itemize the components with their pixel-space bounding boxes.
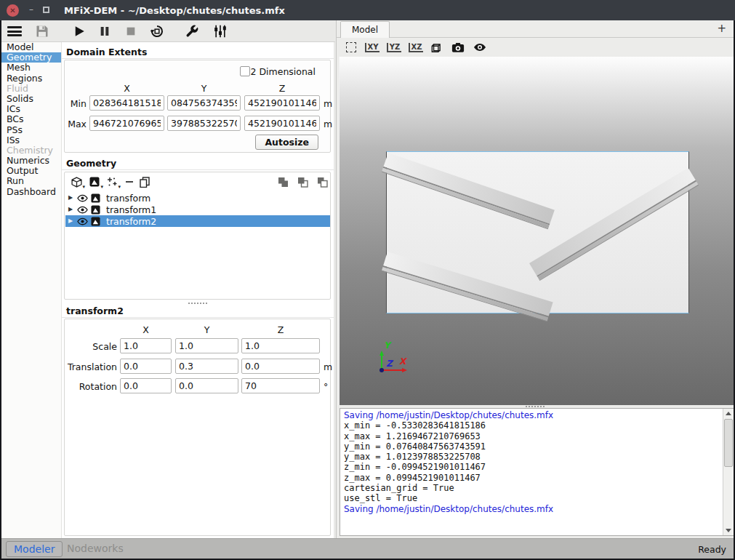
yz-view-button[interactable]: YZ [386, 40, 402, 55]
xz-view-button[interactable]: XZ [408, 40, 424, 55]
app-window: ✕ – MFiX-DEM - ~/Desktop/chutes/chutes.m… [0, 0, 735, 560]
scale-x-input[interactable] [120, 338, 172, 353]
z-min-input[interactable] [244, 95, 320, 111]
visibility-eye-icon[interactable] [77, 194, 89, 202]
transform2-group: X Y Z Scale Translation m Rotation ° [64, 319, 331, 536]
tree-row-transform1[interactable]: ▶ transform1 [65, 204, 330, 215]
run-button[interactable] [71, 23, 88, 40]
sidebar-item-solids[interactable]: Solids [1, 94, 61, 104]
scroll-down-button[interactable] [723, 526, 734, 535]
rotation-x-input[interactable] [120, 378, 172, 393]
minimize-icon: – [29, 4, 33, 15]
translation-z-input[interactable] [241, 359, 320, 374]
play-icon [73, 25, 86, 38]
scale-z-input[interactable] [241, 338, 320, 353]
minimize-button[interactable]: – [26, 3, 36, 16]
save-button[interactable] [33, 23, 51, 40]
sidebar-item-run[interactable]: Run [1, 176, 61, 186]
sidebar-item-dashboard[interactable]: Dashboard [1, 187, 61, 197]
two-dimensional-checkbox[interactable] [240, 66, 250, 76]
intersect-button[interactable] [295, 175, 310, 189]
console-line: Saving /home/justin/Desktop/chutes/chute… [340, 504, 722, 514]
y-min-input[interactable] [167, 95, 241, 111]
tree-row-transform[interactable]: ▶ transform [65, 192, 330, 204]
close-button[interactable]: ✕ [7, 4, 19, 17]
autosize-button[interactable]: Autosize [255, 135, 318, 150]
tree-item-label: transform1 [106, 204, 156, 215]
rotation-unit: ° [324, 381, 328, 392]
axis-y-label: Y [384, 340, 392, 351]
tree-row-transform2[interactable]: ▶ transform2 [65, 215, 330, 227]
xy-view-button[interactable]: XY [364, 40, 380, 55]
pause-button[interactable] [96, 23, 113, 40]
reset-icon [150, 24, 164, 39]
axis-z-label: Z [386, 359, 394, 369]
sidebar-item-bcs[interactable]: BCs [1, 114, 61, 124]
sidebar-item-geometry[interactable]: Geometry [1, 52, 61, 63]
reset-button[interactable] [148, 23, 166, 40]
add-geometry-button[interactable]: ▾ [69, 175, 84, 189]
add-stl-button[interactable]: ▾ [87, 175, 102, 189]
console-line: Saving /home/justin/Desktop/chutes/chute… [340, 410, 722, 420]
sidebar-item-regions[interactable]: Regions [1, 73, 61, 84]
expand-caret-icon[interactable]: ▶ [68, 204, 76, 215]
union-button[interactable] [276, 175, 290, 189]
view-toolbar: XY YZ XZ [337, 38, 734, 57]
sidebar-item-iss[interactable]: ISs [1, 135, 61, 145]
maximize-button[interactable] [43, 7, 50, 14]
parameters-button[interactable] [212, 23, 229, 40]
settings-button[interactable] [183, 23, 201, 40]
domain-column-z: Z [244, 83, 320, 94]
add-tab-button[interactable]: + [717, 22, 726, 35]
main-toolbar [1, 20, 335, 42]
sidebar-item-output[interactable]: Output [1, 166, 61, 176]
copy-geometry-button[interactable] [137, 175, 152, 189]
visibility-menu-button[interactable] [472, 40, 488, 55]
translation-x-input[interactable] [120, 359, 172, 374]
domain-column-y: Y [167, 83, 241, 94]
sidebar-item-ics[interactable]: ICs [1, 104, 61, 114]
copy-icon [140, 177, 150, 188]
rotation-z-input[interactable] [241, 378, 320, 393]
scale-y-input[interactable] [175, 338, 238, 353]
panel-splitter[interactable] [62, 301, 334, 305]
sidebar-item-mesh[interactable]: Mesh [1, 63, 61, 73]
camera-icon [451, 42, 465, 53]
nodeworks-mode-button[interactable]: Nodeworks [67, 543, 124, 554]
scroll-up-button[interactable] [723, 409, 734, 418]
translation-y-input[interactable] [175, 359, 238, 374]
cube-icon [71, 177, 82, 188]
sidebar-item-pss[interactable]: PSs [1, 125, 61, 135]
console-scrollbar[interactable] [723, 409, 734, 535]
perspective-button[interactable] [428, 40, 444, 55]
reset-view-button[interactable] [344, 40, 358, 55]
visibility-eye-icon[interactable] [77, 206, 89, 214]
stl-node-icon [91, 193, 105, 203]
sidebar-item-numerics[interactable]: Numerics [1, 156, 61, 166]
stop-button[interactable] [122, 23, 140, 40]
visibility-eye-icon[interactable] [77, 217, 89, 225]
remove-geometry-button[interactable] [122, 175, 137, 189]
domain-extents-group: 2 Dimensional X Y Z Min m Max m Autosize [64, 60, 331, 153]
vtk-viewport[interactable]: Y Z X [339, 57, 734, 405]
expand-caret-icon[interactable]: ▶ [68, 215, 76, 227]
scrollbar-thumb[interactable] [724, 419, 733, 467]
filter-wand-button[interactable]: ▾ [105, 175, 119, 189]
expand-caret-icon[interactable]: ▶ [68, 192, 76, 204]
menu-button[interactable] [6, 23, 23, 40]
console-output[interactable]: Saving /home/justin/Desktop/chutes/chute… [340, 408, 734, 536]
difference-button[interactable] [315, 175, 329, 189]
axis-x-label: X [399, 356, 408, 367]
x-min-input[interactable] [89, 95, 164, 111]
z-max-input[interactable] [244, 116, 320, 131]
minus-icon [125, 177, 134, 186]
x-max-input[interactable] [89, 116, 164, 131]
stl-node-icon [91, 217, 105, 226]
modeler-mode-button[interactable]: Modeler [6, 541, 63, 557]
y-max-input[interactable] [167, 116, 241, 131]
rotation-y-input[interactable] [175, 378, 238, 393]
screenshot-button[interactable] [450, 40, 466, 55]
splitter-handle-icon [526, 406, 545, 407]
sidebar-item-model[interactable]: Model [1, 42, 61, 52]
tab-model[interactable]: Model [340, 21, 390, 38]
